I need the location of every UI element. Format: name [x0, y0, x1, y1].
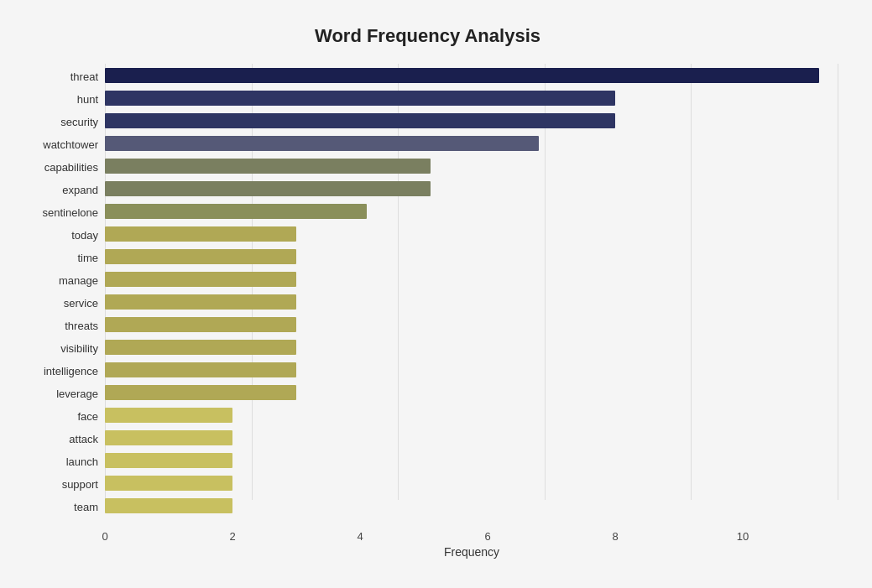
bar: [105, 226, 296, 242]
y-label: launch: [66, 450, 105, 473]
y-labels: threathuntsecuritywatchtowercapabilities…: [17, 64, 105, 559]
bar: [105, 204, 367, 219]
bar: [105, 68, 819, 83]
y-label: time: [77, 247, 105, 269]
chart-title: Word Frequency Analysis: [17, 17, 838, 47]
y-label: today: [71, 224, 105, 247]
bar-row: [105, 154, 838, 177]
bar: [105, 159, 431, 174]
chart-area: threathuntsecuritywatchtowercapabilities…: [17, 64, 838, 559]
y-label: support: [62, 473, 105, 496]
bar: [105, 317, 296, 332]
bar: [105, 408, 232, 423]
bar: [105, 91, 615, 106]
bar-row: [105, 109, 838, 132]
bar: [105, 113, 615, 128]
bar: [105, 340, 296, 355]
bar: [105, 272, 296, 287]
x-axis-container: 0246810 Frequency: [105, 525, 838, 559]
bar-row: [105, 64, 838, 86]
x-tick: 10: [737, 530, 749, 543]
bar: [105, 136, 539, 151]
bar-row: [105, 268, 838, 290]
bar-row: [105, 132, 838, 154]
chart-container: Word Frequency Analysis threathuntsecuri…: [0, 0, 872, 588]
y-label: manage: [59, 269, 105, 292]
bar-row: [105, 290, 838, 313]
x-tick: 8: [612, 530, 618, 543]
bar: [105, 181, 431, 196]
x-axis-label: Frequency: [105, 545, 838, 559]
y-label: intelligence: [44, 360, 105, 382]
bar: [105, 385, 296, 400]
bar-row: [105, 222, 838, 245]
y-label: leverage: [56, 382, 105, 405]
bar: [105, 476, 232, 491]
y-label: visibility: [60, 337, 105, 360]
bar-row: [105, 381, 838, 403]
bar-row: [105, 358, 838, 381]
x-tick: 6: [484, 530, 490, 543]
bar: [105, 453, 232, 468]
bars-wrapper: [105, 64, 838, 525]
y-label: face: [77, 405, 105, 428]
y-label: service: [64, 292, 105, 315]
bar-row: [105, 426, 838, 449]
bar: [105, 498, 232, 513]
bar: [105, 294, 296, 310]
bar-row: [105, 403, 838, 426]
y-label: sentinelone: [43, 201, 106, 224]
y-label: capabilities: [44, 156, 105, 179]
x-axis: 0246810: [105, 525, 838, 542]
bar: [105, 362, 296, 377]
y-label: security: [60, 111, 105, 133]
bars-section: 0246810 Frequency: [105, 64, 838, 559]
y-label: threats: [65, 315, 105, 337]
y-label: expand: [62, 179, 105, 201]
y-label: hunt: [77, 88, 105, 111]
bar: [105, 249, 296, 264]
bar-row: [105, 86, 838, 109]
x-tick: 0: [102, 530, 107, 543]
y-label: attack: [69, 428, 105, 450]
bar-row: [105, 449, 838, 471]
bar-row: [105, 336, 838, 358]
bar: [105, 430, 232, 445]
bar-row: [105, 177, 838, 200]
y-label: watchtower: [43, 133, 105, 156]
bar-row: [105, 245, 838, 268]
y-label: team: [74, 496, 105, 518]
bar-row: [105, 313, 838, 336]
x-tick: 4: [357, 530, 363, 543]
bar-row: [105, 471, 838, 494]
bar-row: [105, 494, 838, 517]
y-label: threat: [70, 65, 105, 88]
x-tick: 2: [229, 530, 235, 543]
bar-row: [105, 200, 838, 222]
